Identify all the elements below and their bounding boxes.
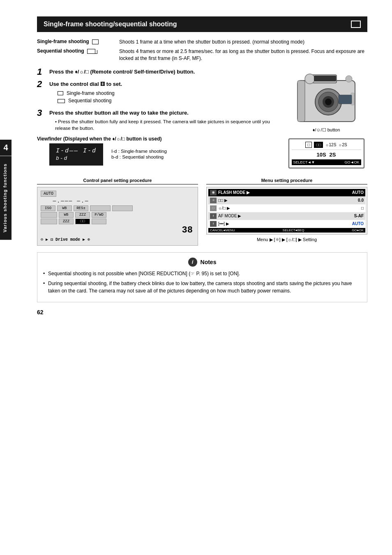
sequential-icon — [87, 49, 95, 54]
menu-row-3: □ ☼/□ ▶ □ — [208, 205, 365, 212]
drive-screen-icons: □ □□ ☼12S ☼2S — [292, 142, 361, 150]
control-panel-title: Control panel setting procedure — [37, 178, 198, 184]
single-frame-label: Single-frame shooting — [37, 39, 119, 44]
single-frame-desc-row: Single-frame shooting Shoots 1 frame at … — [37, 39, 367, 46]
menu-display: ⚛ FLASH MODE ▶ AUTO ⚛ □□ ▶ 0.0 □ ☼/□ ▶ — [206, 187, 367, 235]
control-panel-img: AUTO —.——— —.— ISO WB RES± WB — [37, 187, 198, 246]
step-2-single-label: Single-frame shooting — [67, 90, 115, 97]
single-frame-text: Shoots 1 frame at a time when the shutte… — [119, 39, 367, 46]
single-icon — [58, 91, 63, 95]
menu-icon-af: f — [210, 213, 217, 219]
cp-cell-res: RES± — [74, 205, 88, 211]
notes-icon: i — [188, 258, 197, 267]
menu-key-af: AF MODE ▶ — [218, 214, 353, 218]
menu-icon-3: □ — [210, 205, 217, 211]
step-1-content: Press the ♦/☼/□ (Remote control/ Self-ti… — [49, 68, 277, 76]
cp-cell-zzz: ZZZ — [75, 212, 90, 218]
cp-cell-r3c4 — [92, 219, 106, 224]
cp-cell-r2c1 — [41, 212, 57, 218]
drive-icon-12s: ☼12S — [325, 143, 336, 147]
step-2-seq-label: Sequential shooting — [68, 97, 111, 104]
viewfinder-section: Viewfinder (Displayed when the ♦/☼/□ but… — [37, 136, 277, 166]
menu-row-5: f [•••] ▶ AUTO — [208, 220, 365, 228]
menu-key-2: □□ ▶ — [218, 198, 356, 203]
cp-cell-zzz2: ZZZ — [59, 219, 74, 224]
menu-key-3: ☼/□ ▶ — [218, 206, 360, 210]
cp-cell-wb2: WB — [59, 212, 74, 218]
step-2-single: Single-frame shooting — [58, 90, 277, 97]
drive-icon-2s: ☼2S — [338, 143, 347, 147]
step-2: 2 Use the control dial ⚅ to set. Single-… — [37, 81, 277, 105]
cp-cell-r3c1 — [41, 219, 57, 224]
svg-point-6 — [346, 76, 352, 82]
drive-screen-footer: SELECT◄▼ GO◄OK — [292, 159, 361, 165]
desc-table: Single-frame shooting Shoots 1 frame at … — [37, 39, 367, 62]
step-3-note: Press the shutter button fully and keep … — [55, 118, 277, 131]
tab-number-text: 4 — [3, 143, 8, 152]
cp-cell-iso: ISO — [41, 205, 55, 211]
cp-cell-wb1: WB — [57, 205, 72, 211]
menu-val-5: AUTO — [352, 221, 364, 226]
steps-left: 1 Press the ♦/☼/□ (Remote control/ Self-… — [37, 68, 277, 171]
section-title-box: Single-frame shooting/sequential shootin… — [37, 16, 367, 32]
step-2-content: Use the control dial ⚅ to set. Single-fr… — [49, 81, 277, 105]
menu-key-5: [•••] ▶ — [218, 221, 350, 226]
menu-footer-go: GO●OK — [352, 228, 364, 232]
notes-item-1: Sequential shooting is not possible when… — [43, 270, 361, 277]
bottom-panels: Control panel setting procedure AUTO —.—… — [37, 178, 367, 246]
cp-row1: ISO WB RES± — [41, 205, 194, 211]
page: 4 Various shooting functions Single-fram… — [0, 0, 392, 555]
sequential-desc-row: Sequential shooting Shoots 4 frames or m… — [37, 48, 367, 62]
menu-footer-cancel: CANCEL●MENU — [210, 228, 235, 232]
menu-icon-2: ⚛ — [210, 198, 217, 203]
menu-footer: CANCEL●MENU SELECT●BEQ GO●OK — [208, 228, 365, 233]
step-2-number: 2 — [37, 80, 49, 89]
menu-icon-5: f — [210, 221, 217, 227]
drive-screen: □ □□ ☼12S ☼2S 10S ⁢2S SELECT◄▼ GO◄OK — [288, 138, 364, 168]
svg-rect-15 — [297, 81, 305, 122]
page-number: 62 — [37, 309, 367, 315]
viewfinder-seq-label: b-d : Sequential shooting — [111, 154, 167, 159]
step-1-number: 1 — [37, 67, 49, 76]
viewfinder-box: I-d—— I-d b-d — [49, 143, 103, 166]
svg-rect-14 — [339, 95, 352, 104]
menu-row-afmode: f AF MODE ▶ S-AF — [208, 212, 365, 220]
drive-icon-single: □ — [305, 142, 312, 148]
cp-bottom-text: ⊖ ▶ ⚅ Drive mode ▶ ⊕ — [41, 237, 90, 242]
cp-auto: AUTO — [41, 191, 56, 197]
cp-row2: WB ZZZ P/WD — [41, 212, 194, 218]
menu-panel-section: Menu setting procedure ⚛ FLASH MODE ▶ AU… — [206, 178, 367, 246]
side-tab-label: Various shooting functions — [0, 156, 12, 240]
menu-key-flash: FLASH MODE ▶ — [218, 190, 350, 195]
viewfinder-title: Viewfinder (Displayed when the ♦/☼/□ but… — [37, 136, 277, 142]
drive-icon-seq: □□ — [314, 142, 323, 148]
cp-row3: ZZZ □□ — [41, 219, 194, 224]
step-3-content: Press the shutter button all the way to … — [49, 109, 277, 131]
menu-row-2: ⚛ □□ ▶ 0.0 — [208, 197, 365, 204]
step-3: 3 Press the shutter button all the way t… — [37, 109, 277, 131]
cp-cell-pwd: P/WD — [92, 212, 106, 218]
cp-cell-r4 — [90, 205, 111, 211]
section-title: Single-frame shooting/sequential shootin… — [44, 21, 177, 28]
step-1: 1 Press the ♦/☼/□ (Remote control/ Self-… — [37, 68, 277, 76]
sequential-label: Sequential shooting — [37, 48, 119, 54]
viewfinder-code-line2: b-d — [56, 155, 97, 161]
steps-right: ♦/☺/☐ button □ □□ ☼12S ☼2S 10S ⁢2S — [285, 68, 367, 171]
notes-item-2: During sequential shooting, if the batte… — [43, 280, 361, 295]
viewfinder-legend: I-d : Single-frame shooting b-d : Sequen… — [111, 149, 167, 160]
menu-val-af: S-AF — [354, 214, 364, 218]
viewfinder-code-line1: I-d—— I-d — [56, 147, 97, 154]
tab-number: 4 — [0, 140, 12, 156]
menu-val-flash: AUTO — [352, 190, 364, 195]
drive-10s: 10S — [316, 152, 326, 158]
camera-svg — [289, 68, 363, 126]
menu-path: Menu ▶ [⚛] ▶ [☼/□] ▶ Setting — [206, 237, 367, 242]
menu-panel-title: Menu setting procedure — [206, 178, 367, 184]
menu-footer-select: SELECT●BEQ — [283, 228, 304, 232]
seq-icon — [58, 99, 65, 103]
drive-footer-go: GO◄OK — [345, 160, 360, 164]
step-3-number: 3 — [37, 108, 49, 117]
drive-footer-select: SELECT◄▼ — [293, 160, 315, 164]
steps-section: 1 Press the ♦/☼/□ (Remote control/ Self-… — [37, 68, 367, 171]
main-content: Single-frame shooting/sequential shootin… — [37, 16, 367, 315]
